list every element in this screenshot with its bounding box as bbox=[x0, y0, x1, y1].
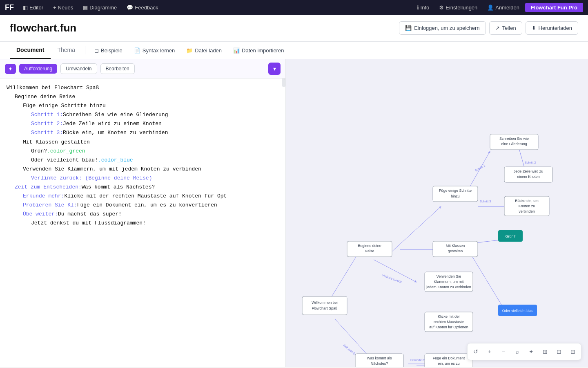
flowchart-svg: Schritt 1 Schritt 2 Schritt 3 Verlinke z… bbox=[286, 59, 588, 367]
import-icon: 📊 bbox=[233, 47, 240, 54]
tabs-row: Document Thema ◻ Beispiele 📄 Syntax lern… bbox=[0, 42, 588, 59]
umwandeln-button[interactable]: Umwandeln bbox=[60, 63, 97, 74]
layout-button[interactable]: ⊡ bbox=[552, 345, 566, 358]
plus-icon: + bbox=[53, 4, 56, 11]
page-title: flowchart.fun bbox=[10, 22, 76, 34]
diagram-toolbar: ↺ + − ⌕ ✦ ⊞ ⊡ ⊟ bbox=[467, 343, 581, 360]
toolbar-datei[interactable]: 📁 Datei laden bbox=[180, 44, 227, 57]
tab-divider bbox=[85, 46, 85, 54]
tab-document[interactable]: Document bbox=[10, 42, 51, 59]
header-actions: 💾 Einloggen, um zu speichern ↗ Teilen ⬇ … bbox=[399, 21, 578, 35]
toolbar-beispiele[interactable]: ◻ Beispiele bbox=[89, 44, 128, 57]
svg-text:Was kommt als: Was kommt als bbox=[367, 356, 392, 360]
tab-thema[interactable]: Thema bbox=[51, 42, 82, 59]
svg-text:Oder vielleicht blau: Oder vielleicht blau bbox=[502, 309, 534, 313]
nav-editor[interactable]: ◧ Editor bbox=[19, 3, 47, 12]
auto-layout-button[interactable]: ✦ bbox=[525, 345, 538, 358]
datei-label: Datei laden bbox=[195, 47, 222, 54]
nav-settings[interactable]: ⚙ Einstellungen bbox=[435, 3, 481, 12]
nav-login[interactable]: 👤 Anmelden bbox=[483, 3, 523, 12]
editor-line-4: Schritt 2: Jede Zeile wird zu einem Knot… bbox=[7, 119, 279, 128]
svg-text:Reise: Reise bbox=[365, 249, 374, 253]
svg-text:auf Knoten für Optionen: auf Knoten für Optionen bbox=[429, 325, 468, 329]
svg-text:Schritt 3: Schritt 3 bbox=[480, 200, 491, 203]
zoom-in-button[interactable]: + bbox=[483, 345, 496, 358]
svg-text:Klicke mit der: Klicke mit der bbox=[438, 314, 460, 319]
svg-text:jedem Knoten zu verbinden: jedem Knoten zu verbinden bbox=[426, 285, 471, 289]
magic-button[interactable]: ✦ bbox=[5, 64, 16, 74]
svg-text:Füge einige Schritte: Füge einige Schritte bbox=[439, 188, 472, 193]
resize-handle[interactable]: ⁞ bbox=[282, 79, 285, 87]
download-label: Herunterladen bbox=[539, 25, 572, 31]
user-icon: 👤 bbox=[487, 4, 494, 11]
editor-line-0: Willkommen bei Flowchart Spaß bbox=[7, 83, 279, 92]
navbar: FF ◧ Editor + Neues ▦ Diagramme 💬 Feedba… bbox=[0, 0, 588, 15]
save-icon: 💾 bbox=[405, 25, 412, 31]
save-button[interactable]: 💾 Einloggen, um zu speichern bbox=[399, 21, 486, 35]
collapse-button[interactable]: ▾ bbox=[268, 63, 281, 75]
zoom-out-button[interactable]: − bbox=[497, 345, 510, 358]
fit-button[interactable]: ⌕ bbox=[511, 345, 524, 358]
svg-text:Grün?: Grün? bbox=[505, 234, 515, 238]
aufforderung-button[interactable]: Aufforderung bbox=[19, 64, 57, 74]
svg-text:Nächstes?: Nächstes? bbox=[371, 361, 388, 366]
pro-badge[interactable]: Flowchart Fun Pro bbox=[525, 3, 583, 12]
nav-neues-label: Neues bbox=[58, 4, 74, 11]
grid-icon: ▦ bbox=[83, 4, 88, 11]
download-button[interactable]: ⬇ Herunterladen bbox=[526, 21, 578, 35]
options-button[interactable]: ⊟ bbox=[566, 345, 579, 358]
svg-text:Rücke ein, um: Rücke ein, um bbox=[515, 199, 539, 203]
gear-icon: ⚙ bbox=[439, 4, 444, 11]
wand-icon: ✦ bbox=[8, 66, 13, 72]
editor-line-11: Zeit zum Entscheiden: Was kommt als Näch… bbox=[7, 183, 279, 192]
editor-line-14: Übe weiter: Du machst das super! bbox=[7, 210, 279, 219]
beispiele-label: Beispiele bbox=[101, 47, 122, 54]
svg-text:ein, um es zu: ein, um es zu bbox=[438, 361, 460, 366]
share-icon: ↗ bbox=[495, 25, 500, 31]
svg-rect-8 bbox=[302, 296, 347, 315]
page-header: flowchart.fun 💾 Einloggen, um zu speiche… bbox=[0, 15, 588, 42]
nav-right: ℹ Info ⚙ Einstellungen 👤 Anmelden Flowch… bbox=[413, 3, 583, 12]
refresh-button[interactable]: ↺ bbox=[469, 345, 482, 358]
svg-text:eine Gliederung: eine Gliederung bbox=[501, 142, 527, 146]
svg-text:Schreiben Sie wie: Schreiben Sie wie bbox=[499, 137, 529, 141]
nav-diagramme[interactable]: ▦ Diagramme bbox=[79, 3, 121, 12]
editor-line-6: Mit Klassen gestalten bbox=[7, 138, 279, 147]
main-content: ✦ Aufforderung Umwandeln Bearbeiten ▾ Wi… bbox=[0, 59, 588, 367]
nav-neues[interactable]: + Neues bbox=[49, 3, 77, 12]
chevron-down-icon: ▾ bbox=[273, 65, 276, 72]
editor-line-13: Probieren Sie KI: Füge ein Dokument ein,… bbox=[7, 201, 279, 210]
code-editor[interactable]: Willkommen bei Flowchart Spaß Beginne de… bbox=[0, 79, 285, 367]
svg-text:Verlinke zurück: Verlinke zurück bbox=[381, 273, 402, 284]
import-label: Daten importieren bbox=[242, 47, 284, 54]
editor-line-3: Schritt 1: Schreiben Sie wie eine Gliede… bbox=[7, 110, 279, 119]
bearbeiten-button[interactable]: Bearbeiten bbox=[100, 63, 135, 74]
svg-text:Jede Zeile wird zu: Jede Zeile wird zu bbox=[514, 169, 543, 173]
beispiele-icon: ◻ bbox=[94, 47, 99, 54]
nav-settings-label: Einstellungen bbox=[445, 4, 477, 11]
feedback-icon: 💬 bbox=[127, 4, 133, 11]
share-button[interactable]: ↗ Teilen bbox=[489, 21, 522, 35]
save-label: Einloggen, um zu speichern bbox=[414, 25, 479, 31]
editor-panel: ✦ Aufforderung Umwandeln Bearbeiten ▾ Wi… bbox=[0, 59, 286, 367]
svg-text:Füge ein Dokument: Füge ein Dokument bbox=[433, 356, 465, 360]
nav-feedback[interactable]: 💬 Feedback bbox=[122, 3, 162, 12]
toolbar-syntax[interactable]: 📄 Syntax lernen bbox=[128, 44, 181, 57]
grid-button[interactable]: ⊞ bbox=[539, 345, 552, 358]
nav-info[interactable]: ℹ Info bbox=[413, 3, 434, 12]
svg-text:Verwenden Sie: Verwenden Sie bbox=[437, 274, 461, 278]
editor-toolbar: ✦ Aufforderung Umwandeln Bearbeiten ▾ bbox=[0, 59, 285, 79]
nav-editor-label: Editor bbox=[29, 4, 43, 11]
svg-text:Flowchart Spaß: Flowchart Spaß bbox=[312, 306, 338, 310]
toolbar-import[interactable]: 📊 Daten importieren bbox=[227, 44, 290, 57]
svg-text:verbinden: verbinden bbox=[519, 209, 535, 213]
editor-line-7: Grün? .color_green bbox=[7, 147, 279, 156]
svg-text:einem Knoten: einem Knoten bbox=[517, 175, 540, 179]
info-icon: ℹ bbox=[417, 4, 419, 11]
syntax-icon: 📄 bbox=[134, 47, 140, 54]
datei-icon: 📁 bbox=[186, 47, 193, 54]
editor-line-2: Füge einige Schritte hinzu bbox=[7, 101, 279, 110]
nav-feedback-label: Feedback bbox=[135, 4, 158, 11]
svg-text:Knoten zu: Knoten zu bbox=[519, 204, 535, 208]
nav-diagramme-label: Diagramme bbox=[89, 4, 117, 11]
